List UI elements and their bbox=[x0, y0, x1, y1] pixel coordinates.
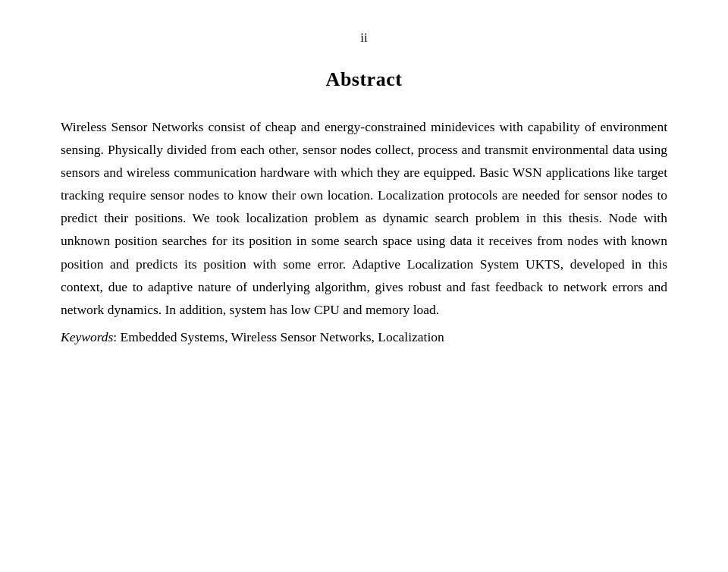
page-number: ii bbox=[61, 30, 667, 46]
keywords-label: Keywords bbox=[61, 329, 113, 344]
keywords-colon: : bbox=[113, 329, 117, 344]
keywords-line: Keywords: Embedded Systems, Wireless Sen… bbox=[61, 325, 667, 348]
abstract-paragraph: Wireless Sensor Networks consist of chea… bbox=[61, 115, 667, 321]
page: ii Abstract Wireless Sensor Networks con… bbox=[0, 0, 728, 572]
abstract-body: Wireless Sensor Networks consist of chea… bbox=[61, 115, 667, 321]
keywords-value: Embedded Systems, Wireless Sensor Networ… bbox=[121, 329, 444, 344]
abstract-title: Abstract bbox=[61, 68, 667, 91]
